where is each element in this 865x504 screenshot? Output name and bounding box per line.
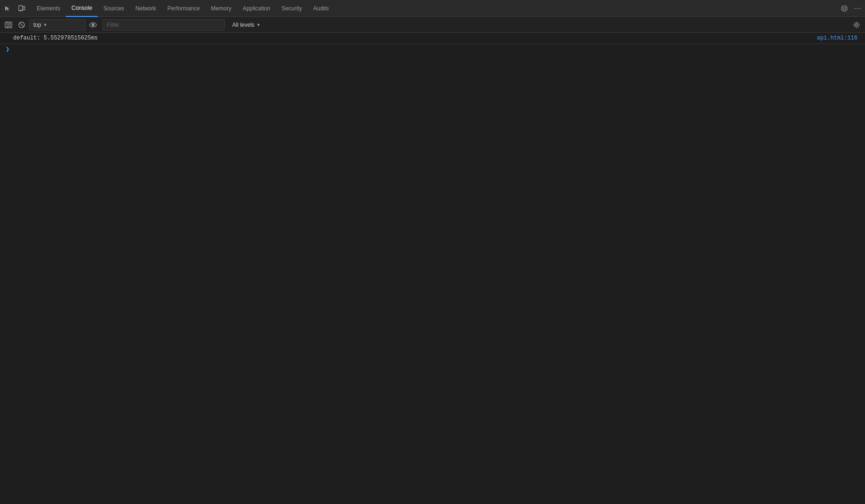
- context-selector[interactable]: top ▼: [29, 19, 86, 31]
- svg-point-4: [843, 8, 844, 8]
- tab-network[interactable]: Network: [130, 0, 162, 17]
- tabs-bar: Elements Console Sources Network Perform…: [0, 0, 865, 17]
- toolbar-icons-left: [2, 3, 27, 14]
- svg-point-5: [845, 8, 846, 8]
- more-options-icon-button[interactable]: ⋯: [852, 3, 863, 14]
- log-source-link[interactable]: api.html:116: [813, 34, 861, 42]
- console-output-area[interactable]: default: 5.552978515625ms api.html:116 ❯: [0, 33, 865, 504]
- device-toolbar-icon-button[interactable]: [16, 3, 27, 14]
- svg-line-12: [20, 23, 24, 27]
- console-input-field[interactable]: [13, 46, 865, 53]
- log-levels-selector[interactable]: All levels ▼: [228, 19, 264, 31]
- tab-console[interactable]: Console: [66, 0, 98, 17]
- live-expressions-button[interactable]: [87, 19, 99, 31]
- context-dropdown-arrow-icon: ▼: [43, 23, 47, 27]
- tab-audits[interactable]: Audits: [307, 0, 334, 17]
- tab-application[interactable]: Application: [237, 0, 276, 17]
- tab-elements[interactable]: Elements: [31, 0, 66, 17]
- show-console-sidebar-button[interactable]: [3, 19, 14, 31]
- svg-point-16: [856, 24, 858, 26]
- console-log-entry: default: 5.552978515625ms api.html:116: [0, 33, 865, 44]
- tab-memory[interactable]: Memory: [205, 0, 237, 17]
- log-message: default: 5.552978515625ms: [11, 34, 813, 42]
- filter-input[interactable]: [103, 19, 224, 31]
- smiley-icon-button[interactable]: [839, 3, 850, 14]
- console-input-row: ❯: [0, 44, 865, 54]
- filter-container: [102, 19, 225, 31]
- clear-console-button[interactable]: [16, 19, 27, 31]
- tabs-right-icons: ⋯: [839, 3, 863, 14]
- svg-rect-1: [23, 7, 25, 10]
- svg-point-15: [93, 24, 94, 25]
- tab-security[interactable]: Security: [276, 0, 307, 17]
- tab-sources[interactable]: Sources: [98, 0, 130, 17]
- devtools-panel: Elements Console Sources Network Perform…: [0, 0, 865, 504]
- levels-dropdown-arrow-icon: ▼: [256, 23, 260, 27]
- console-settings-button[interactable]: [851, 19, 862, 31]
- secondary-toolbar: top ▼ All levels ▼: [0, 17, 865, 33]
- console-prompt-icon: ❯: [2, 45, 13, 53]
- svg-point-3: [841, 6, 847, 11]
- tab-performance[interactable]: Performance: [162, 0, 205, 17]
- inspect-icon-button[interactable]: [2, 3, 13, 14]
